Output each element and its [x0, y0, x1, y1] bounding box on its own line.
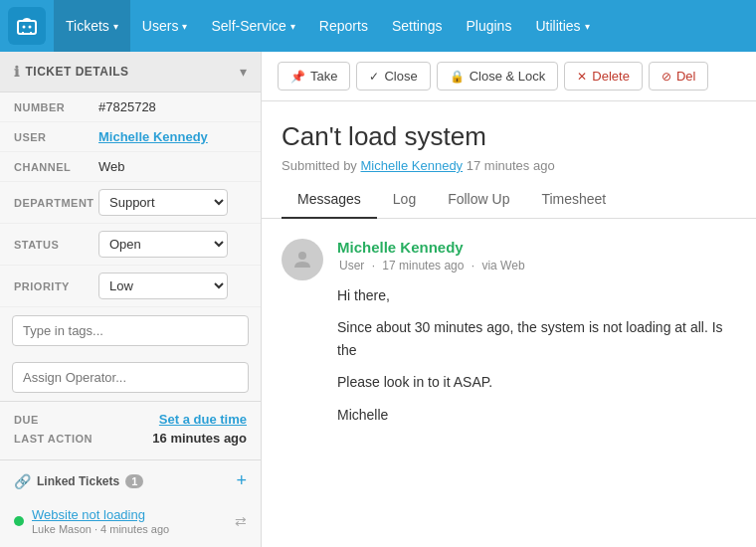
message-author: Michelle Kennedy: [337, 239, 736, 256]
check-icon: ✓: [369, 70, 379, 84]
info-icon: ℹ: [14, 64, 20, 80]
take-icon: 📌: [290, 70, 305, 84]
field-channel: CHANNEL Web: [0, 152, 261, 182]
message-body: Michelle Kennedy User · 17 minutes ago ·…: [337, 239, 736, 436]
nav-reports[interactable]: Reports: [307, 0, 380, 52]
x-icon: ✕: [577, 70, 587, 84]
ticket-user-link[interactable]: Michelle Kennedy: [361, 158, 464, 173]
svg-rect-0: [18, 21, 36, 34]
close-button[interactable]: ✓ Close: [356, 62, 430, 91]
linked-tickets-header: 🔗 Linked Tickets 1 +: [0, 459, 261, 501]
message-avatar: [282, 239, 323, 280]
take-button[interactable]: 📌 Take: [278, 62, 350, 91]
linked-ticket-title[interactable]: Website not loading: [32, 507, 227, 522]
tickets-caret-icon: ▾: [113, 21, 118, 32]
del-button[interactable]: ⊘ Del: [649, 62, 709, 91]
linked-tickets-badge: 1: [125, 474, 143, 488]
status-select[interactable]: Open Pending Resolved Closed: [98, 231, 228, 258]
nav-settings[interactable]: Settings: [380, 0, 455, 52]
users-caret-icon: ▾: [182, 21, 187, 32]
field-number: NUMBER #7825728: [0, 92, 261, 122]
field-department: DEPARTMENT Support Billing Technical: [0, 182, 261, 224]
tab-timesheet[interactable]: Timesheet: [525, 181, 622, 219]
nav-self-service[interactable]: Self-Service ▾: [199, 0, 306, 52]
tab-follow-up[interactable]: Follow Up: [432, 181, 525, 219]
ticket-title-area: Can't load system Submitted by Michelle …: [262, 101, 756, 181]
due-section: DUE Set a due time LAST ACTION 16 minute…: [0, 401, 261, 459]
messages-area: Michelle Kennedy User · 17 minutes ago ·…: [262, 219, 756, 456]
linked-ticket-action-icon[interactable]: ⇄: [235, 513, 247, 529]
nav-plugins[interactable]: Plugins: [454, 0, 523, 52]
field-priority: PRIORITY Low Medium High Critical: [0, 266, 261, 307]
ticket-toolbar: 📌 Take ✓ Close 🔒 Close & Lock ✕ Delete ⊘…: [262, 52, 756, 101]
close-lock-button[interactable]: 🔒 Close & Lock: [437, 62, 559, 91]
linked-tickets-label: Linked Tickets 1: [37, 474, 143, 488]
ticket-title: Can't load system: [282, 121, 736, 152]
message-text: Hi there, Since about 30 minutes ago, th…: [337, 284, 736, 426]
ticket-submitted-by: Submitted by Michelle Kennedy 17 minutes…: [282, 158, 736, 173]
field-user: USER Michelle Kennedy: [0, 122, 261, 152]
ban-icon: ⊘: [662, 70, 671, 84]
ticket-content: 📌 Take ✓ Close 🔒 Close & Lock ✕ Delete ⊘…: [262, 52, 756, 547]
navigation: Tickets ▾ Users ▾ Self-Service ▾ Reports…: [0, 0, 756, 52]
sidebar: ℹ TICKET DETAILS ▾ NUMBER #7825728 USER …: [0, 52, 262, 547]
link-icon: 🔗: [14, 473, 31, 489]
linked-ticket-info: Website not loading Luke Mason · 4 minut…: [32, 507, 227, 535]
delete-button[interactable]: ✕ Delete: [564, 62, 643, 91]
operator-input[interactable]: [12, 362, 249, 393]
department-select[interactable]: Support Billing Technical: [98, 189, 228, 216]
main-layout: ℹ TICKET DETAILS ▾ NUMBER #7825728 USER …: [0, 52, 756, 547]
message-item: Michelle Kennedy User · 17 minutes ago ·…: [282, 239, 736, 436]
app-logo: [8, 7, 46, 45]
tab-messages[interactable]: Messages: [282, 181, 377, 219]
due-row: DUE Set a due time: [14, 412, 247, 427]
tab-log[interactable]: Log: [377, 181, 432, 219]
sidebar-header: ℹ TICKET DETAILS ▾: [0, 52, 261, 92]
svg-point-2: [29, 26, 32, 29]
ticket-tabs: Messages Log Follow Up Timesheet: [262, 181, 756, 219]
nav-users[interactable]: Users ▾: [130, 0, 200, 52]
nav-tickets[interactable]: Tickets ▾: [54, 0, 130, 52]
message-meta: User · 17 minutes ago · via Web: [337, 259, 736, 273]
priority-select[interactable]: Low Medium High Critical: [98, 273, 228, 299]
utilities-caret-icon: ▾: [585, 21, 590, 32]
lock-icon: 🔒: [450, 70, 465, 84]
linked-status-dot: [14, 516, 24, 526]
last-action-row: LAST ACTION 16 minutes ago: [14, 431, 247, 446]
linked-ticket-sub: Luke Mason · 4 minutes ago: [32, 523, 227, 535]
svg-point-5: [298, 252, 306, 260]
svg-point-1: [23, 26, 26, 29]
tags-input[interactable]: [12, 315, 249, 346]
sidebar-collapse-icon[interactable]: ▾: [240, 64, 247, 80]
linked-ticket-item: Website not loading Luke Mason · 4 minut…: [0, 501, 261, 545]
self-service-caret-icon: ▾: [290, 21, 295, 32]
nav-utilities[interactable]: Utilities ▾: [523, 0, 601, 52]
field-status: STATUS Open Pending Resolved Closed: [0, 224, 261, 266]
add-linked-ticket-button[interactable]: +: [236, 470, 247, 491]
ticket-details-title: ℹ TICKET DETAILS: [14, 64, 129, 80]
